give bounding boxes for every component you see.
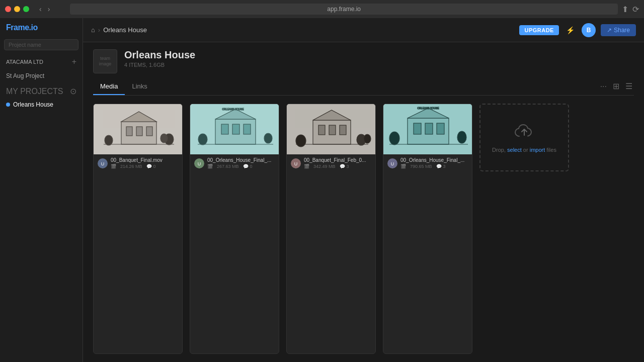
sidebar-item-label: Orleans House xyxy=(13,101,53,108)
upload-cloud-icon xyxy=(514,122,534,144)
card-meta: 🎬 267.63 MB 💬 0 xyxy=(207,164,275,169)
card-info: 00_Banquet_Final.mov 🎬 214.26 MB 💬 0 xyxy=(111,157,178,169)
file-type-icon: 🎬 xyxy=(207,164,213,169)
avatar[interactable]: B xyxy=(582,23,596,37)
add-project-button[interactable]: + xyxy=(72,57,76,66)
main-content: ⌂ › Orleans House UPGRADE ⚡ B ↗ Share te… xyxy=(83,18,644,362)
card-meta: 🎬 214.26 MB 💬 0 xyxy=(111,164,178,169)
app-layout: Frame.io Project name ATACAMA LTD + St A… xyxy=(0,18,644,362)
project-thumbnail: team image xyxy=(93,49,117,73)
window-controls xyxy=(5,6,29,12)
import-files-link[interactable]: import xyxy=(530,147,545,153)
card-filename: 00_Banquet_Final_Feb_0... xyxy=(304,157,371,163)
svg-text:U: U xyxy=(198,161,201,166)
breadcrumb: ⌂ › Orleans House xyxy=(91,26,147,34)
comment-count: 💬 3 xyxy=(340,164,349,169)
svg-text:U: U xyxy=(391,161,394,166)
breadcrumb-current: Orleans House xyxy=(103,26,147,34)
close-window-button[interactable] xyxy=(5,6,11,12)
sidebar-item-orleans-house[interactable]: Orleans House xyxy=(0,98,83,111)
svg-rect-38 xyxy=(414,123,421,134)
upload-drop-zone[interactable]: Drop, select or import files xyxy=(479,104,569,171)
svg-point-43 xyxy=(389,132,399,145)
address-bar[interactable]: app.frame.io xyxy=(70,4,618,15)
my-projects-label: MY PROJECTS xyxy=(6,87,63,96)
share-button[interactable]: ↗ Share xyxy=(601,24,636,36)
more-options-button[interactable]: ··· xyxy=(599,80,608,93)
forward-button[interactable]: › xyxy=(46,4,52,14)
card-filename: 00_Orleans_House_Final_... xyxy=(400,157,468,163)
media-card[interactable]: ORLEANS HOUSE U 00_Orleans_House_Final_.… xyxy=(190,104,279,354)
svg-rect-2 xyxy=(126,127,132,136)
media-card[interactable]: ORLEANS HOUSE U 00_Orleans_House_Final_.… xyxy=(383,104,472,354)
media-grid: U 00_Banquet_Final.mov 🎬 214.26 MB 💬 0 xyxy=(83,96,644,362)
card-footer: U 00_Orleans_House_Final_... 🎬 790.65 MB… xyxy=(383,154,472,172)
svg-rect-4 xyxy=(146,127,152,136)
view-icons: ··· ⊞ ☰ xyxy=(599,80,634,93)
active-indicator xyxy=(6,103,10,107)
file-size: 790.65 MB xyxy=(410,164,432,169)
media-card[interactable]: U 00_Banquet_Final_Feb_0... 🎬 342.49 MB … xyxy=(286,104,376,354)
svg-point-44 xyxy=(457,131,466,143)
svg-rect-26 xyxy=(318,125,325,135)
lightning-icon[interactable]: ⚡ xyxy=(564,24,577,36)
grid-view-button[interactable]: ⊞ xyxy=(611,80,621,93)
media-card[interactable]: U 00_Banquet_Final.mov 🎬 214.26 MB 💬 0 xyxy=(93,104,183,354)
tab-media[interactable]: Media xyxy=(93,78,125,95)
upload-instructions: Drop, select or import files xyxy=(492,147,556,153)
atacama-section: ATACAMA LTD + xyxy=(0,54,83,69)
svg-point-31 xyxy=(296,135,306,147)
tab-links[interactable]: Links xyxy=(125,78,154,95)
svg-rect-28 xyxy=(340,125,346,135)
card-avatar: U xyxy=(194,158,204,168)
svg-rect-15 xyxy=(232,124,239,134)
card-footer: U 00_Banquet_Final_Feb_0... 🎬 342.49 MB … xyxy=(287,154,375,172)
card-info: 00_Banquet_Final_Feb_0... 🎬 342.49 MB 💬 … xyxy=(304,157,371,169)
svg-rect-16 xyxy=(244,124,251,134)
maximize-window-button[interactable] xyxy=(23,6,29,12)
svg-point-7 xyxy=(105,135,113,145)
file-type-icon: 🎬 xyxy=(111,164,116,169)
upgrade-button[interactable]: UPGRADE xyxy=(519,25,559,35)
svg-point-33 xyxy=(364,134,371,143)
card-avatar: U xyxy=(387,158,397,168)
project-title: Orleans House xyxy=(124,49,195,61)
project-meta: 4 ITEMS, 1.6GB xyxy=(124,62,195,68)
breadcrumb-separator: › xyxy=(98,26,100,34)
thumbnail-sketch: ORLEANS HOUSE xyxy=(383,104,472,154)
media-thumbnail: ORLEANS HOUSE xyxy=(190,104,279,154)
minimize-window-button[interactable] xyxy=(14,6,20,12)
card-avatar: U xyxy=(291,158,301,168)
browser-share-icon[interactable]: ⬆ xyxy=(622,5,628,14)
team-name: ATACAMA LTD xyxy=(6,59,43,65)
team-image-label: team image xyxy=(99,56,112,67)
browser-chrome: ‹ › app.frame.io ⬆ ⟳ xyxy=(0,0,644,18)
svg-text:ORLEANS HOUSE: ORLEANS HOUSE xyxy=(417,107,439,110)
comment-count: 💬 0 xyxy=(146,164,156,169)
top-bar-right: UPGRADE ⚡ B ↗ Share xyxy=(519,23,636,37)
svg-text:ORLEANS HOUSE: ORLEANS HOUSE xyxy=(222,108,244,111)
home-icon[interactable]: ⌂ xyxy=(91,26,95,34)
back-button[interactable]: ‹ xyxy=(37,4,44,14)
media-thumbnail xyxy=(287,104,376,154)
browser-refresh-icon[interactable]: ⟳ xyxy=(632,5,639,14)
sidebar: Frame.io Project name ATACAMA LTD + St A… xyxy=(0,18,83,362)
url-display: app.frame.io xyxy=(327,6,361,13)
list-view-button[interactable]: ☰ xyxy=(624,80,634,93)
card-avatar: U xyxy=(98,158,108,168)
card-meta: 🎬 790.65 MB 💬 3 xyxy=(400,164,468,169)
svg-rect-27 xyxy=(329,125,336,135)
collapse-icon[interactable]: ⊙ xyxy=(70,86,76,96)
browser-right-controls: ⬆ ⟳ xyxy=(622,5,639,14)
search-input[interactable]: Project name xyxy=(4,39,78,50)
sidebar-item-st-aug[interactable]: St Aug Project xyxy=(0,69,83,82)
app-logo: Frame.io xyxy=(0,18,83,37)
sidebar-item-label: St Aug Project xyxy=(6,72,44,79)
svg-rect-3 xyxy=(136,127,142,136)
select-files-link[interactable]: select xyxy=(507,147,522,153)
svg-point-20 xyxy=(264,133,272,143)
svg-rect-39 xyxy=(425,123,433,134)
comment-count: 💬 0 xyxy=(243,164,253,169)
thumbnail-sketch xyxy=(287,104,376,154)
file-size: 214.26 MB xyxy=(120,164,142,169)
